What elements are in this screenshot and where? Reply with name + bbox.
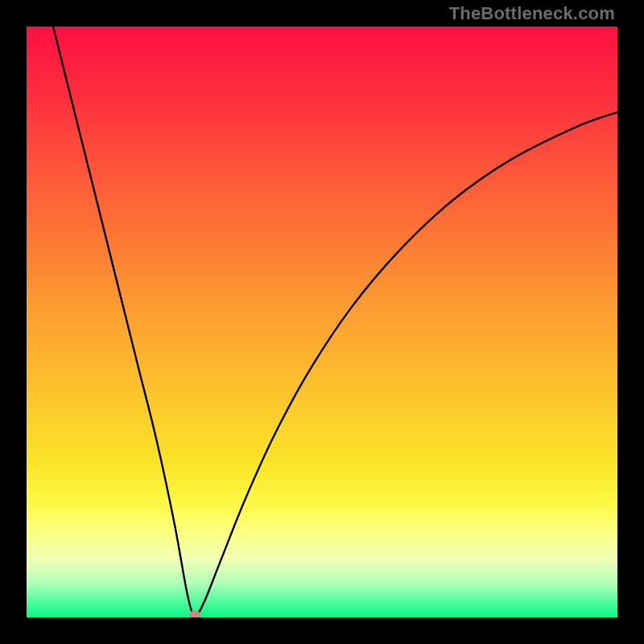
watermark-text: TheBottleneck.com	[449, 3, 615, 24]
plot-area	[27, 27, 617, 617]
minimum-point-marker	[189, 611, 200, 617]
bottleneck-curve	[27, 27, 617, 617]
chart-frame: TheBottleneck.com	[0, 0, 644, 644]
